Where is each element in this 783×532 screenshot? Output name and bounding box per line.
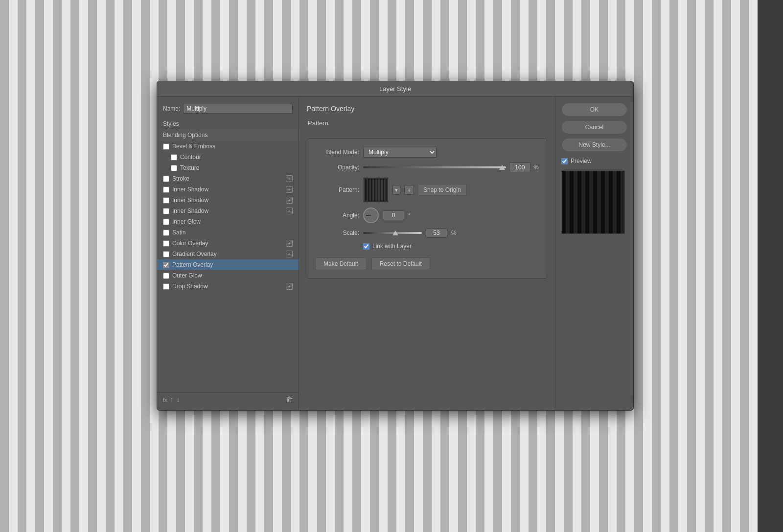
- scale-input[interactable]: [426, 228, 447, 238]
- layer-checkbox-stroke[interactable]: [163, 176, 169, 182]
- dialog-title: Layer Style: [379, 85, 411, 93]
- layer-item-inner-shadow-3[interactable]: Inner Shadow+: [157, 206, 299, 216]
- opacity-input[interactable]: [509, 162, 530, 172]
- layer-checkbox-gradient-overlay[interactable]: [163, 251, 169, 257]
- blending-options-header[interactable]: Blending Options: [157, 129, 299, 141]
- scale-slider-thumb: [392, 231, 398, 235]
- layer-item-inner-shadow-1[interactable]: Inner Shadow+: [157, 184, 299, 195]
- opacity-slider-thumb: [499, 165, 505, 170]
- pattern-label: Pattern:: [315, 186, 359, 193]
- preview-image: [561, 170, 625, 234]
- scale-slider-track[interactable]: [363, 232, 422, 234]
- layer-checkbox-satin[interactable]: [163, 230, 169, 236]
- make-default-btn[interactable]: Make Default: [315, 257, 367, 270]
- pattern-swatch-inner: [365, 179, 387, 201]
- dialog-titlebar: Layer Style: [157, 81, 633, 97]
- opacity-label: Opacity:: [315, 164, 359, 171]
- layer-item-outer-glow[interactable]: Outer Glow: [157, 270, 299, 281]
- layer-checkbox-pattern-overlay[interactable]: [163, 262, 169, 268]
- add-icon-inner-shadow-2[interactable]: +: [286, 197, 293, 204]
- layer-checkbox-inner-shadow-1[interactable]: [163, 186, 169, 193]
- blend-mode-row: Blend Mode: NormalDissolveMultiplyScreen…: [315, 147, 539, 158]
- layer-item-inner-glow[interactable]: Inner Glow: [157, 216, 299, 227]
- layer-label-inner-shadow-2: Inner Shadow: [172, 197, 283, 204]
- snap-to-origin-btn[interactable]: Snap to Origin: [418, 184, 466, 196]
- pattern-overlay-content: Blend Mode: NormalDissolveMultiplyScreen…: [307, 139, 547, 278]
- layer-item-color-overlay[interactable]: Color Overlay+: [157, 238, 299, 249]
- name-label: Name:: [163, 105, 180, 112]
- move-down-icon[interactable]: ↓: [177, 395, 180, 403]
- left-toolbar: fx ↑ ↓ 🗑: [157, 392, 299, 406]
- name-row: Name:: [157, 101, 299, 118]
- layer-list: Bevel & EmbossContourTextureStroke+Inner…: [157, 141, 299, 392]
- bottom-buttons: Make Default Reset to Default: [315, 257, 539, 270]
- layer-label-drop-shadow: Drop Shadow: [172, 283, 283, 290]
- styles-header[interactable]: Styles: [157, 118, 299, 129]
- angle-row: Angle: °: [315, 208, 539, 223]
- add-icon-color-overlay[interactable]: +: [286, 240, 293, 247]
- add-icon-inner-shadow-1[interactable]: +: [286, 186, 293, 193]
- opacity-slider-track[interactable]: [363, 166, 506, 168]
- layer-item-contour[interactable]: Contour: [157, 152, 299, 162]
- layer-label-gradient-overlay: Gradient Overlay: [172, 251, 283, 257]
- add-icon-stroke[interactable]: +: [286, 175, 293, 182]
- scale-row: Scale: %: [315, 228, 539, 238]
- ok-button[interactable]: OK: [561, 103, 627, 116]
- move-up-icon[interactable]: ↑: [170, 395, 174, 403]
- section-title: Pattern Overlay: [307, 105, 547, 113]
- layer-checkbox-bevel-emboss[interactable]: [163, 143, 169, 150]
- layer-item-inner-shadow-2[interactable]: Inner Shadow+: [157, 195, 299, 206]
- middle-panel: Pattern Overlay Pattern Blend Mode: Norm…: [299, 97, 555, 410]
- layer-item-bevel-emboss[interactable]: Bevel & Emboss: [157, 141, 299, 152]
- new-style-button[interactable]: New Style...: [561, 138, 627, 152]
- cancel-button[interactable]: Cancel: [561, 120, 627, 134]
- preview-label: Preview: [571, 158, 592, 164]
- layer-item-stroke[interactable]: Stroke+: [157, 173, 299, 184]
- layer-checkbox-inner-shadow-2[interactable]: [163, 197, 169, 204]
- opacity-slider-container: %: [363, 162, 539, 172]
- preview-stripes: [562, 171, 624, 233]
- layer-label-inner-glow: Inner Glow: [172, 218, 293, 225]
- delete-icon[interactable]: 🗑: [286, 395, 293, 403]
- layer-checkbox-drop-shadow[interactable]: [163, 283, 169, 290]
- angle-input[interactable]: [383, 210, 404, 220]
- scale-label: Scale:: [315, 230, 359, 236]
- pattern-dropdown-btn[interactable]: ▾: [392, 185, 400, 195]
- layer-label-bevel-emboss: Bevel & Emboss: [172, 143, 293, 150]
- blend-mode-select[interactable]: NormalDissolveMultiplyScreenOverlaySoft …: [363, 147, 437, 158]
- side-panel: [758, 0, 783, 532]
- add-icon-drop-shadow[interactable]: +: [286, 283, 293, 290]
- layer-label-contour: Contour: [180, 154, 293, 161]
- reset-default-btn[interactable]: Reset to Default: [371, 257, 430, 270]
- layer-checkbox-inner-shadow-3[interactable]: [163, 208, 169, 214]
- pattern-new-btn[interactable]: +: [404, 185, 414, 195]
- angle-dial[interactable]: [363, 208, 379, 223]
- layer-label-stroke: Stroke: [172, 175, 283, 182]
- layer-label-outer-glow: Outer Glow: [172, 272, 293, 279]
- layer-item-pattern-overlay[interactable]: Pattern Overlay: [157, 259, 299, 270]
- section-subtitle: Pattern: [307, 119, 547, 127]
- preview-row: Preview: [561, 158, 627, 164]
- layer-item-gradient-overlay[interactable]: Gradient Overlay+: [157, 249, 299, 259]
- preview-checkbox[interactable]: [561, 158, 568, 164]
- left-panel: Name: Styles Blending Options Bevel & Em…: [157, 97, 299, 410]
- layer-checkbox-outer-glow[interactable]: [163, 273, 169, 279]
- blend-mode-label: Blend Mode:: [315, 149, 359, 156]
- layer-item-texture[interactable]: Texture: [157, 162, 299, 173]
- layer-checkbox-texture[interactable]: [171, 165, 177, 171]
- pattern-row: Pattern: ▾ + Snap to Origin: [315, 177, 539, 203]
- add-icon-gradient-overlay[interactable]: +: [286, 251, 293, 257]
- opacity-unit: %: [533, 164, 539, 171]
- layer-item-drop-shadow[interactable]: Drop Shadow+: [157, 281, 299, 292]
- layer-label-texture: Texture: [180, 164, 293, 171]
- link-layer-checkbox[interactable]: [363, 243, 369, 250]
- add-icon-inner-shadow-3[interactable]: +: [286, 208, 293, 214]
- pattern-swatch[interactable]: [363, 177, 389, 203]
- dialog-body: Name: Styles Blending Options Bevel & Em…: [157, 97, 633, 410]
- fx-icon[interactable]: fx: [163, 395, 167, 403]
- layer-checkbox-inner-glow[interactable]: [163, 219, 169, 225]
- layer-item-satin[interactable]: Satin: [157, 227, 299, 238]
- name-input[interactable]: [183, 104, 293, 114]
- layer-checkbox-contour[interactable]: [171, 154, 177, 161]
- layer-checkbox-color-overlay[interactable]: [163, 240, 169, 247]
